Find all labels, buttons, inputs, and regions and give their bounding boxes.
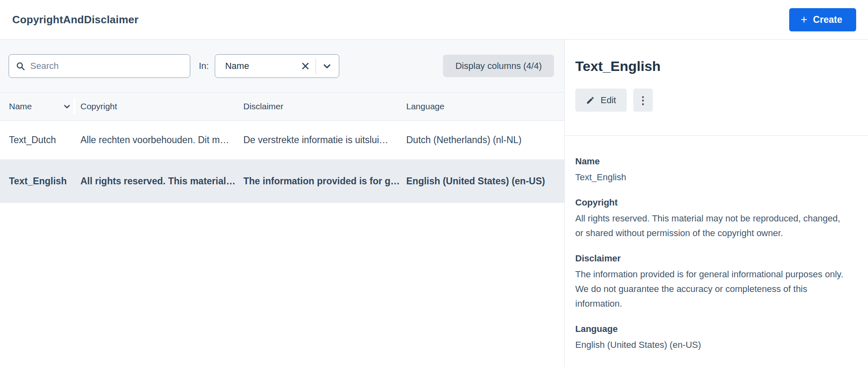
field-value: Text_English	[575, 170, 848, 185]
table-row-text-english-selected[interactable]: Text_English All rights reserved. This m…	[0, 160, 564, 203]
field-name: Name Text_English	[575, 156, 864, 185]
field-copyright: Copyright All rights reserved. This mate…	[575, 197, 864, 241]
cell-name[interactable]: Text_Dutch	[0, 135, 80, 146]
create-button[interactable]: + Create	[789, 8, 856, 31]
column-header-name[interactable]: Name	[0, 99, 80, 114]
search-input[interactable]	[30, 61, 183, 71]
in-label: In:	[199, 61, 209, 71]
field-label: Copyright	[575, 197, 864, 208]
page-title: CopyrightAndDisclaimer	[12, 13, 138, 26]
column-resize-handle[interactable]	[73, 99, 76, 114]
detail-title: Text_English	[575, 58, 860, 74]
field-value: The information provided is for general …	[575, 267, 848, 311]
select-divider	[316, 58, 316, 74]
pencil-icon	[586, 96, 595, 105]
field-language: Language English (United States) (en-US)	[575, 324, 864, 352]
list-toolbar: In: Name Display columns (4/4)	[0, 40, 564, 92]
plus-icon: +	[801, 14, 807, 25]
search-icon	[16, 61, 25, 71]
cell-disclaimer: The information provided is for g…	[243, 176, 406, 187]
kebab-menu-icon: ⋮	[638, 95, 648, 106]
record-detail-panel: Text_English Edit ⋮ Name Te	[565, 40, 868, 367]
clear-filter-button[interactable]	[298, 59, 312, 73]
create-button-label: Create	[813, 14, 842, 25]
detail-actions: Edit ⋮	[575, 88, 860, 135]
field-label: Name	[575, 156, 864, 167]
column-header-disclaimer[interactable]: Disclaimer	[243, 102, 406, 111]
column-header-language[interactable]: Language	[406, 102, 564, 111]
cell-disclaimer: De verstrekte informatie is uitslui…	[243, 135, 406, 146]
field-disclaimer: Disclaimer The information provided is f…	[575, 253, 864, 311]
cell-language: English (United States) (en-US)	[406, 176, 564, 187]
search-box[interactable]	[9, 54, 190, 78]
cell-language: Dutch (Netherlands) (nl-NL)	[406, 135, 564, 146]
field-label: Language	[575, 324, 864, 334]
cell-copyright: Alle rechten voorbehouden. Dit m…	[80, 135, 243, 146]
cell-copyright: All rights reserved. This material…	[80, 176, 243, 187]
detail-fields: Name Text_English Copyright All rights r…	[565, 136, 868, 352]
table-header: Name Copyright Disclaimer Language	[0, 92, 564, 121]
search-field-select[interactable]: Name	[215, 54, 339, 78]
field-value: English (United States) (en-US)	[575, 338, 848, 352]
cell-name[interactable]: Text_English	[0, 176, 80, 187]
app-header: CopyrightAndDisclaimer + Create	[0, 0, 868, 40]
column-header-name-label: Name	[9, 102, 32, 111]
edit-button-label: Edit	[601, 95, 616, 106]
column-header-copyright[interactable]: Copyright	[80, 102, 243, 111]
display-columns-button[interactable]: Display columns (4/4)	[443, 55, 554, 77]
field-label: Disclaimer	[575, 253, 864, 264]
more-actions-button[interactable]: ⋮	[633, 88, 653, 112]
search-field-selected-value: Name	[225, 61, 298, 71]
sort-chevron-down-icon[interactable]	[62, 102, 71, 111]
edit-button[interactable]: Edit	[575, 88, 627, 112]
records-list-panel: In: Name Display columns (4/4)	[0, 40, 565, 367]
field-value: All rights reserved. This material may n…	[575, 211, 848, 241]
table-row-text-dutch[interactable]: Text_Dutch Alle rechten voorbehouden. Di…	[0, 121, 564, 160]
filter-dropdown-toggle[interactable]	[319, 58, 335, 74]
